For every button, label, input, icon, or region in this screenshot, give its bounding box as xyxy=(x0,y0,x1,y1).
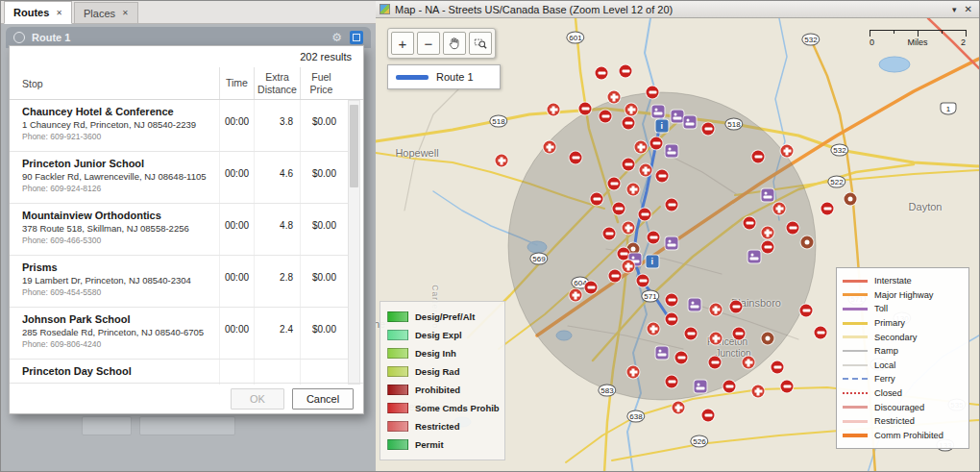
collapse-icon[interactable] xyxy=(13,32,25,43)
map-marker-lodging[interactable] xyxy=(666,237,678,250)
map-marker-no-entry[interactable] xyxy=(675,352,688,364)
ok-button[interactable]: OK xyxy=(231,388,284,410)
column-time[interactable]: Time xyxy=(219,67,254,99)
map-marker-medical[interactable] xyxy=(544,141,556,154)
map-marker-info[interactable] xyxy=(647,256,659,268)
table-row[interactable]: Chauncey Hotel & Conference1 Chauncey Rd… xyxy=(10,100,348,152)
map-window-titlebar[interactable]: Map - NA - Streets US/Canada Base (Zoom … xyxy=(376,1,979,18)
tab-routes[interactable]: Routes ✕ xyxy=(4,1,72,24)
map-marker-no-entry[interactable] xyxy=(815,327,827,339)
map-marker-medical[interactable] xyxy=(673,402,685,414)
map-marker-no-entry[interactable] xyxy=(787,222,799,235)
map-marker-no-entry[interactable] xyxy=(800,305,813,317)
map-marker-medical[interactable] xyxy=(781,145,794,158)
scrollbar-thumb[interactable] xyxy=(350,105,358,187)
gear-icon[interactable]: ⚙ xyxy=(331,32,342,43)
table-row[interactable]: Mountainview Orthodontics378 Route 518, … xyxy=(10,204,348,256)
tab-places[interactable]: Places ✕ xyxy=(74,2,138,23)
map-marker-medical[interactable] xyxy=(743,357,755,369)
map-marker-no-entry[interactable] xyxy=(591,193,603,206)
cancel-button[interactable]: Cancel xyxy=(292,388,354,410)
map-marker-medical[interactable] xyxy=(648,323,660,335)
map-marker-no-entry[interactable] xyxy=(730,301,743,313)
map-marker-no-entry[interactable] xyxy=(623,117,635,130)
map-icon[interactable] xyxy=(350,31,363,44)
map-marker-medical[interactable] xyxy=(762,227,774,239)
map-marker-no-entry[interactable] xyxy=(608,178,621,190)
map-marker-info[interactable] xyxy=(656,120,669,133)
map-marker-food[interactable] xyxy=(845,193,857,206)
map-marker-no-entry[interactable] xyxy=(781,381,794,393)
map-marker-no-entry[interactable] xyxy=(666,294,678,307)
map-marker-medical[interactable] xyxy=(773,203,786,215)
map-marker-food[interactable] xyxy=(801,236,814,249)
column-stop[interactable]: Stop xyxy=(10,67,219,99)
map-marker-no-entry[interactable] xyxy=(666,199,678,211)
map-marker-no-entry[interactable] xyxy=(585,282,598,294)
map-marker-medical[interactable] xyxy=(623,222,635,235)
map-marker-no-entry[interactable] xyxy=(603,228,616,240)
map-marker-no-entry[interactable] xyxy=(600,111,612,123)
map-marker-no-entry[interactable] xyxy=(596,67,608,80)
map-marker-no-entry[interactable] xyxy=(650,137,663,150)
map-marker-lodging[interactable] xyxy=(695,381,707,393)
map-marker-no-entry[interactable] xyxy=(637,275,649,287)
scrollbar[interactable] xyxy=(348,100,360,385)
column-fuel-price[interactable]: Fuel Price xyxy=(300,67,342,99)
map-marker-medical[interactable] xyxy=(496,155,508,167)
map-marker-medical[interactable] xyxy=(710,304,723,316)
map-marker-medical[interactable] xyxy=(710,333,723,345)
map-marker-medical[interactable] xyxy=(623,261,635,273)
close-icon[interactable]: ✕ xyxy=(965,4,972,14)
zoom-window-button[interactable] xyxy=(469,32,492,55)
map-marker-medical[interactable] xyxy=(752,385,765,398)
table-row[interactable]: Prisms19 Lambert Dr, Princeton, NJ 08540… xyxy=(10,256,348,308)
map-marker-medical[interactable] xyxy=(608,91,621,104)
map-canvas[interactable]: 6015325185181532522569604571571130615583… xyxy=(376,18,980,472)
map-marker-no-entry[interactable] xyxy=(579,103,592,115)
map-marker-no-entry[interactable] xyxy=(685,328,698,340)
map-marker-lodging[interactable] xyxy=(762,189,774,202)
map-marker-no-entry[interactable] xyxy=(733,328,746,340)
map-marker-food[interactable] xyxy=(762,333,774,345)
map-marker-medical[interactable] xyxy=(625,104,638,116)
map-marker-lodging[interactable] xyxy=(652,106,665,118)
map-marker-lodging[interactable] xyxy=(656,347,669,360)
map-marker-no-entry[interactable] xyxy=(762,241,774,254)
map-marker-no-entry[interactable] xyxy=(702,410,715,422)
map-marker-medical[interactable] xyxy=(640,164,652,177)
map-marker-no-entry[interactable] xyxy=(702,123,715,136)
close-icon[interactable]: ✕ xyxy=(56,9,62,17)
map-marker-lodging[interactable] xyxy=(666,145,678,158)
table-row[interactable]: Johnson Park School285 Rosedale Rd, Prin… xyxy=(10,308,348,360)
map-marker-lodging[interactable] xyxy=(748,251,761,263)
map-marker-no-entry[interactable] xyxy=(744,217,756,230)
map-marker-no-entry[interactable] xyxy=(609,270,622,283)
map-marker-no-entry[interactable] xyxy=(613,203,625,215)
close-icon[interactable]: ✕ xyxy=(122,9,129,17)
column-extra-distance[interactable]: Extra Distance xyxy=(254,67,300,99)
map-marker-no-entry[interactable] xyxy=(623,159,635,171)
map-marker-no-entry[interactable] xyxy=(620,65,632,78)
map-marker-medical[interactable] xyxy=(548,104,560,116)
map-marker-lodging[interactable] xyxy=(689,299,701,311)
zoom-out-button[interactable]: − xyxy=(417,32,440,55)
map-marker-medical[interactable] xyxy=(635,141,648,154)
map-marker-no-entry[interactable] xyxy=(656,170,669,183)
pan-button[interactable] xyxy=(443,32,466,55)
map-marker-no-entry[interactable] xyxy=(723,381,736,393)
map-marker-lodging[interactable] xyxy=(684,116,697,129)
table-row[interactable]: Princeton Day School xyxy=(10,360,348,385)
map-marker-medical[interactable] xyxy=(570,289,582,302)
map-marker-no-entry[interactable] xyxy=(772,361,784,374)
map-marker-no-entry[interactable] xyxy=(821,203,834,215)
pin-icon[interactable]: ▾ xyxy=(952,5,957,14)
map-marker-medical[interactable] xyxy=(627,184,640,196)
table-row[interactable]: Princeton Junior School90 Fackler Rd, La… xyxy=(10,152,348,204)
zoom-in-button[interactable]: + xyxy=(391,32,414,55)
map-marker-no-entry[interactable] xyxy=(639,209,651,221)
map-marker-no-entry[interactable] xyxy=(666,376,678,388)
map-marker-no-entry[interactable] xyxy=(570,152,582,164)
map-marker-no-entry[interactable] xyxy=(648,232,660,244)
map-marker-no-entry[interactable] xyxy=(666,313,678,326)
